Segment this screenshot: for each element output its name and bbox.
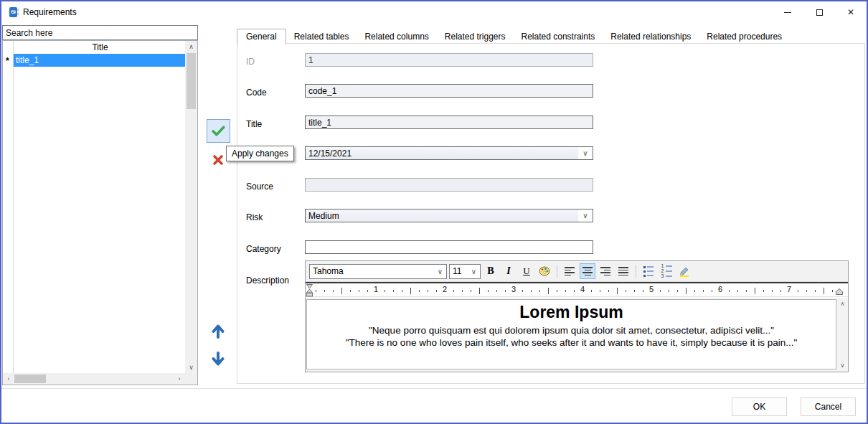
bullet-list-icon xyxy=(643,266,654,277)
palette-icon xyxy=(539,266,550,276)
maximize-button[interactable] xyxy=(803,1,835,23)
category-label: Category xyxy=(246,244,302,254)
id-field xyxy=(305,53,593,67)
window-title: Requirements xyxy=(23,1,77,23)
title-field[interactable] xyxy=(305,116,593,129)
footer-divider xyxy=(1,388,867,389)
date-value: 12/15/2021 xyxy=(306,147,578,159)
highlighter-icon xyxy=(679,265,690,277)
move-down-button[interactable] xyxy=(210,351,226,368)
list-row[interactable]: title_1 xyxy=(14,54,187,67)
ruler: 1234567 xyxy=(306,282,848,297)
chevron-down-icon[interactable]: ∨ xyxy=(578,209,593,222)
chevron-down-icon[interactable]: ∨ xyxy=(578,147,593,159)
align-right-button[interactable] xyxy=(598,263,613,279)
minimize-button[interactable] xyxy=(772,1,803,23)
tab-related-constraints[interactable]: Related constraints xyxy=(514,29,603,44)
cross-icon xyxy=(212,154,224,166)
tab-related-columns[interactable]: Related columns xyxy=(357,29,436,44)
scroll-thumb[interactable] xyxy=(187,53,196,109)
description-label: Description xyxy=(246,275,302,286)
code-label: Code xyxy=(246,88,302,98)
gutter-divider xyxy=(13,41,14,373)
bold-icon: B xyxy=(487,265,494,277)
scroll-down-icon[interactable]: ∨ xyxy=(838,361,847,369)
row-edit-marker: * xyxy=(6,56,9,66)
scroll-left-icon[interactable]: ‹ xyxy=(3,373,14,385)
tab-general[interactable]: General xyxy=(237,29,286,44)
list-vertical-scrollbar[interactable]: ∧ ∨ xyxy=(185,41,197,373)
font-family-select[interactable]: Tahoma ∨ xyxy=(309,264,447,279)
italic-button[interactable]: I xyxy=(501,263,516,279)
underline-button[interactable]: U xyxy=(519,263,534,279)
document-line-2: "There is no one who loves pain itself, … xyxy=(307,336,836,349)
date-combobox[interactable]: 12/15/2021 ∨ xyxy=(305,146,593,160)
bullet-list-button[interactable] xyxy=(641,263,656,279)
indent-marker-right[interactable] xyxy=(836,288,843,295)
title-label: Title xyxy=(246,119,302,129)
list-column-header[interactable]: Title xyxy=(14,41,187,54)
editor-content[interactable]: Lorem Ipsum "Neque porro quisquam est qu… xyxy=(306,299,836,369)
description-editor: Tahoma ∨ 11 ∨ B I U xyxy=(305,260,849,372)
tab-related-triggers[interactable]: Related triggers xyxy=(437,29,514,44)
close-button[interactable]: ✕ xyxy=(835,1,867,23)
source-label: Source xyxy=(246,182,302,192)
id-label: ID xyxy=(246,57,302,67)
document-heading: Lorem Ipsum xyxy=(307,303,836,322)
chevron-down-icon: ∨ xyxy=(434,268,446,275)
arrow-down-icon xyxy=(211,352,225,367)
scroll-up-icon[interactable]: ∧ xyxy=(838,299,847,308)
align-left-icon xyxy=(565,267,575,275)
check-icon xyxy=(212,125,225,137)
cancel-changes-button[interactable] xyxy=(211,153,225,166)
move-up-button[interactable] xyxy=(210,322,226,339)
align-left-button[interactable] xyxy=(562,263,577,279)
maximize-icon xyxy=(816,9,823,16)
requirements-window: Requirements ✕ Title title_1 * ∧ ∨ ‹ › xyxy=(0,0,868,424)
editor-text-region: Lorem Ipsum "Neque porro quisquam est qu… xyxy=(306,298,848,372)
source-field xyxy=(305,178,593,192)
scroll-down-icon[interactable]: ∨ xyxy=(185,362,197,373)
editor-toolbar: Tahoma ∨ 11 ∨ B I U xyxy=(306,261,848,282)
ok-button[interactable]: OK xyxy=(732,397,787,416)
font-size-value: 11 xyxy=(450,266,468,276)
font-color-button[interactable] xyxy=(537,263,552,279)
risk-combobox[interactable]: Medium ∨ xyxy=(305,209,593,222)
scroll-thumb[interactable] xyxy=(14,374,46,383)
toolbar-separator xyxy=(636,265,636,278)
tab-related-relationships[interactable]: Related relationships xyxy=(603,29,699,44)
title-bar: Requirements ✕ xyxy=(1,1,867,23)
editor-vertical-scrollbar[interactable]: ∧ ∨ xyxy=(838,299,847,369)
scrollbar-corner xyxy=(185,373,197,385)
close-icon: ✕ xyxy=(847,8,854,17)
cancel-button[interactable]: Cancel xyxy=(801,397,856,416)
justify-icon xyxy=(618,267,628,275)
align-right-icon xyxy=(600,267,610,275)
align-center-button[interactable] xyxy=(580,263,595,279)
numbered-list-button[interactable]: 1 2 3 xyxy=(659,263,674,279)
bold-button[interactable]: B xyxy=(483,263,499,279)
document-line-1: "Neque porro quisquam est qui dolorem ip… xyxy=(307,324,836,336)
risk-label: Risk xyxy=(246,212,302,222)
tab-related-tables[interactable]: Related tables xyxy=(286,29,357,44)
list-horizontal-scrollbar[interactable]: ‹ › xyxy=(3,373,185,385)
search-input[interactable] xyxy=(2,25,198,40)
numbered-list-icon: 1 2 3 xyxy=(661,265,672,278)
apply-changes-tooltip: Apply changes xyxy=(226,146,294,161)
risk-value: Medium xyxy=(306,209,578,222)
align-center-icon xyxy=(582,267,593,275)
scroll-right-icon[interactable]: › xyxy=(174,373,185,385)
scroll-up-icon[interactable]: ∧ xyxy=(185,41,197,52)
highlight-button[interactable] xyxy=(676,263,692,279)
code-field[interactable] xyxy=(305,84,593,98)
justify-button[interactable] xyxy=(615,263,631,279)
font-size-select[interactable]: 11 ∨ xyxy=(449,264,481,279)
arrow-up-icon xyxy=(211,323,225,339)
category-field[interactable] xyxy=(305,240,593,254)
apply-changes-button[interactable] xyxy=(207,119,230,143)
requirements-list: Title title_1 * ∧ ∨ ‹ › xyxy=(2,40,198,385)
ruler-ticks: 1234567 xyxy=(306,283,848,296)
minimize-icon xyxy=(784,12,791,13)
indent-marker-left[interactable] xyxy=(306,284,313,297)
tab-related-procedures[interactable]: Related procedures xyxy=(699,29,790,44)
